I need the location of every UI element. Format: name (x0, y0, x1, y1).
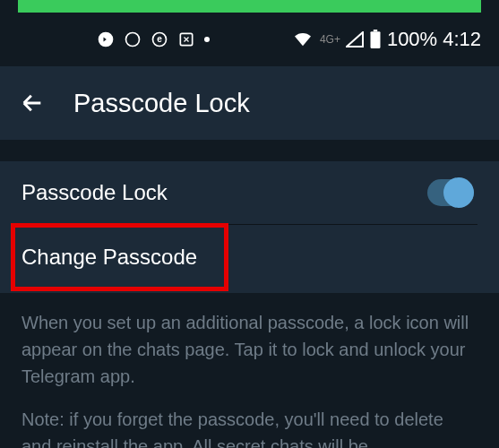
change-passcode-row[interactable]: Change Passcode (0, 228, 499, 286)
svg-rect-6 (374, 30, 377, 31)
passcode-lock-toggle[interactable] (427, 179, 474, 206)
clock-time: 4:12 (443, 28, 481, 51)
description-p2: Note: if you forget the passcode, you'll… (22, 406, 477, 448)
description-text: When you set up an additional passcode, … (0, 293, 499, 448)
status-bar: e 4G+ 100% 4:12 (0, 13, 499, 66)
back-button[interactable] (20, 90, 45, 116)
top-green-bar (18, 0, 481, 13)
change-passcode-label: Change Passcode (22, 245, 197, 269)
sound-icon (97, 30, 115, 48)
description-p1: When you set up an additional passcode, … (22, 309, 477, 390)
page-title: Passcode Lock (73, 89, 250, 118)
moon-icon (124, 30, 142, 48)
svg-rect-5 (370, 31, 380, 48)
passcode-lock-row: Passcode Lock (0, 161, 499, 224)
svg-point-1 (126, 33, 140, 47)
battery-percent: 100% (387, 28, 437, 51)
battery-icon (369, 30, 382, 49)
network-label: 4G+ (320, 33, 340, 46)
e-icon: e (151, 30, 168, 48)
app-bar: Passcode Lock (0, 66, 499, 140)
passcode-lock-label: Passcode Lock (22, 180, 168, 205)
more-dot-icon (204, 37, 210, 42)
doc-icon (177, 30, 195, 48)
svg-text:e: e (157, 34, 162, 44)
wifi-icon (293, 31, 313, 47)
signal-icon (346, 31, 364, 47)
